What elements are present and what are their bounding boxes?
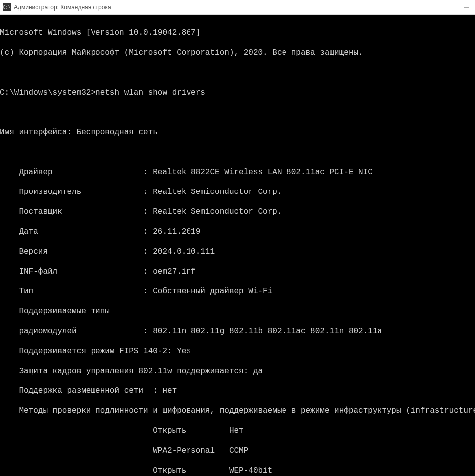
output-line: Методы проверки подлинности и шифрования… [0, 406, 475, 416]
output-line: Поддерживается режим FIPS 140-2: Yes [0, 346, 475, 356]
output-line: Открыть Нет [0, 426, 475, 436]
output-line: Microsoft Windows [Version 10.0.19042.86… [0, 28, 475, 38]
output-line: Поддержка размещенной сети : нет [0, 386, 475, 396]
output-line: Драйвер : Realtek 8822CE Wireless LAN 80… [0, 167, 475, 177]
terminal-output[interactable]: Microsoft Windows [Version 10.0.19042.86… [0, 15, 475, 476]
blank-line [0, 147, 475, 157]
output-line: (c) Корпорация Майкрософт (Microsoft Cor… [0, 48, 475, 58]
output-line: Поддерживаемые типы [0, 306, 475, 316]
window-title: Администратор: Командная строка [14, 4, 463, 11]
blank-line [0, 68, 475, 78]
output-line: WPA2-Personal CCMP [0, 446, 475, 456]
prompt-line: C:\Windows\system32>netsh wlan show driv… [0, 88, 475, 97]
output-line: INF-файл : oem27.inf [0, 267, 475, 277]
output-line: Дата : 26.11.2019 [0, 227, 475, 237]
output-line: Поставщик : Realtek Semiconductor Corp. [0, 207, 475, 217]
output-line: радиомодулей : 802.11n 802.11g 802.11b 8… [0, 326, 475, 336]
output-line: Имя интерфейса: Беспроводная сеть [0, 127, 475, 137]
window-titlebar: C:\ Администратор: Командная строка [0, 0, 475, 15]
output-line: Тип : Собственный драйвер Wi-Fi [0, 286, 475, 296]
output-line: Версия : 2024.0.10.111 [0, 247, 475, 257]
output-line: Производитель : Realtek Semiconductor Co… [0, 187, 475, 197]
blank-line [0, 107, 475, 117]
window-controls [463, 4, 472, 11]
output-line: Защита кадров управления 802.11w поддерж… [0, 366, 475, 376]
output-line: Открыть WEP-40bit [0, 466, 475, 476]
minimize-button[interactable] [463, 4, 470, 11]
cmd-icon: C:\ [3, 3, 11, 11]
